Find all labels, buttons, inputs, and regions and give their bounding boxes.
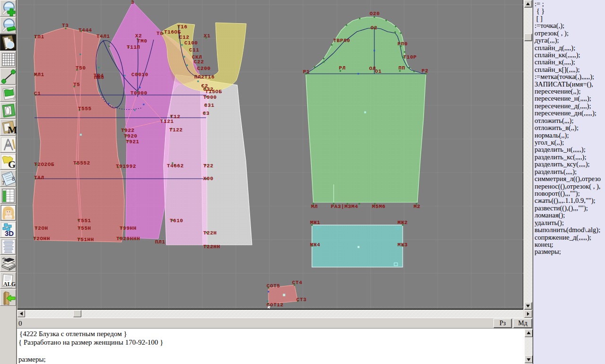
svg-text:ABC: ABC: [6, 143, 11, 146]
svg-text:М2: М2: [414, 204, 420, 209]
svg-text:С0010: С0010: [131, 72, 148, 78]
svg-text:Т122: Т122: [169, 127, 183, 133]
svg-text:О1: О1: [375, 69, 381, 74]
svg-text:Т2ОНН: Т2ОНН: [33, 236, 50, 242]
svg-text:Т0000: Т0000: [130, 90, 147, 96]
svg-text:Т22НН: Т22НН: [203, 244, 220, 250]
svg-text:Т2ОН: Т2ОН: [35, 225, 48, 231]
svg-text:Т91992: Т91992: [116, 164, 136, 169]
svg-text:С12: С12: [179, 35, 190, 40]
svg-text:ПП: ПП: [398, 65, 405, 71]
svg-text:Т922: Т922: [121, 128, 135, 133]
svg-text:Т555: Т555: [78, 106, 92, 112]
svg-text:Т11П: Т11П: [127, 44, 140, 50]
svg-text:МЛ1: МЛ1: [34, 72, 44, 78]
svg-text:Т921: Т921: [126, 139, 139, 145]
svg-text:О2: О2: [371, 25, 377, 31]
svg-text:Х1: Х1: [204, 33, 210, 39]
svg-text:МЛ: МЛ: [311, 204, 318, 209]
svg-text:Т16ОБ: Т16ОБ: [164, 29, 181, 35]
svg-text:ТАЛ: ТАЛ: [34, 175, 44, 181]
svg-text:С22: С22: [194, 59, 204, 65]
svg-text:ПЛ1: ПЛ1: [155, 239, 165, 245]
svg-text:РП0: РП0: [398, 41, 408, 47]
svg-text:С100: С100: [184, 40, 198, 46]
svg-text:Т15ОБ: Т15ОБ: [205, 89, 222, 95]
svg-text:Т551: Т551: [78, 218, 91, 224]
svg-text:ПЛ2Т16: ПЛ2Т16: [194, 74, 215, 80]
svg-text:Т920: Т920: [124, 133, 138, 139]
svg-text:С31: С31: [204, 103, 215, 108]
svg-text:Т22: Т22: [203, 163, 214, 169]
svg-text:Т121: Т121: [160, 119, 174, 124]
svg-text:СОТ5: СОТ5: [267, 283, 280, 289]
svg-text:С200: С200: [197, 66, 211, 71]
svg-text:С11: С11: [189, 47, 199, 53]
svg-text:Т929ННН: Т929ННН: [116, 236, 140, 242]
svg-text:СТ4: СТ4: [292, 280, 302, 286]
svg-text:МЖ3: МЖ3: [398, 242, 408, 248]
svg-text:ПВ8: ПВ8: [94, 75, 104, 80]
svg-text:ТП1: ТП1: [34, 34, 44, 40]
svg-text:ALG: ALG: [3, 281, 16, 287]
svg-text:МЖ1: МЖ1: [310, 220, 320, 225]
svg-text:8: 8: [12, 176, 15, 182]
svg-text:РЛ: РЛ: [339, 65, 346, 71]
svg-text:Т900: Т900: [203, 95, 217, 100]
svg-text:Т55Н: Т55Н: [78, 225, 91, 231]
svg-text:СОТ12: СОТ12: [267, 302, 284, 308]
svg-text:3D: 3D: [5, 229, 14, 237]
svg-text:С3: С3: [203, 111, 209, 116]
svg-text:M: M: [8, 124, 17, 136]
svg-text:Т22Н: Т22Н: [203, 230, 217, 236]
svg-text:М5М6: М5М6: [372, 204, 386, 209]
svg-text:3: 3: [131, 0, 134, 5]
svg-text:G: G: [8, 159, 16, 170]
svg-text:Т5552: Т5552: [73, 160, 90, 166]
svg-text:Т5: Т5: [73, 82, 80, 87]
svg-text:О20: О20: [370, 11, 380, 17]
svg-text:МЖ2: МЖ2: [398, 220, 408, 225]
svg-text:ТВРЛ0: ТВРЛ0: [333, 38, 350, 43]
svg-text:Т10Р: Т10Р: [403, 54, 417, 60]
svg-text:Т4Л1: Т4Л1: [96, 34, 110, 39]
svg-text:Т3: Т3: [62, 23, 69, 28]
svg-text:Т50: Т50: [76, 65, 86, 71]
svg-text:СТ3: СТ3: [296, 297, 307, 303]
svg-text:ТМ0: ТМ0: [137, 38, 147, 44]
svg-text:Т2О2ОБ: Т2О2ОБ: [34, 162, 54, 167]
svg-text:Р1: Р1: [303, 69, 310, 75]
svg-text:Т4662: Т4662: [167, 163, 184, 169]
svg-text:Т51НН: Т51НН: [77, 237, 94, 243]
svg-text:Т610: Т610: [170, 218, 183, 224]
svg-text:7: 7: [2, 180, 5, 186]
svg-text:Р2: Р2: [422, 68, 428, 74]
svg-text:С1: С1: [34, 91, 41, 96]
svg-text:Х00: Х00: [203, 176, 214, 182]
svg-text:МЖ4: МЖ4: [310, 242, 320, 248]
svg-text:Т99НН: Т99НН: [120, 225, 137, 231]
svg-text:Т444: Т444: [78, 27, 92, 33]
svg-text:Т8: Т8: [156, 31, 163, 36]
svg-text:РАЗ|МЗМ4: РАЗ|МЗМ4: [331, 204, 358, 209]
